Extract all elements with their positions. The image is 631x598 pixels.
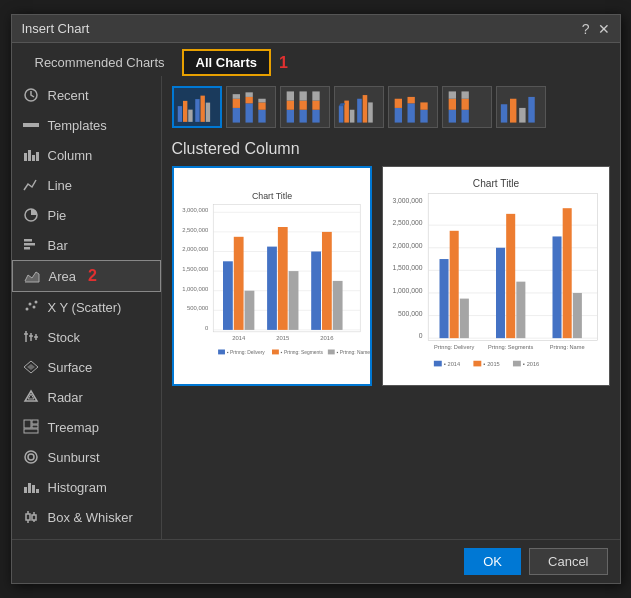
svg-text:3,000,000: 3,000,000 [392, 197, 422, 204]
svg-rect-71 [344, 101, 349, 123]
svg-rect-31 [28, 483, 31, 493]
svg-rect-111 [233, 237, 243, 330]
sidebar-item-line[interactable]: Line [12, 170, 161, 200]
sidebar-label-xy: X Y (Scatter) [48, 300, 122, 315]
svg-rect-84 [448, 99, 455, 110]
svg-rect-85 [448, 91, 455, 98]
svg-text:500,000: 500,000 [398, 310, 423, 317]
sidebar-item-radar[interactable]: Radar [12, 382, 161, 412]
svg-rect-30 [24, 487, 27, 493]
sidebar: Recent Templates Column [12, 76, 162, 539]
svg-rect-32 [32, 485, 35, 493]
sidebar-item-treemap[interactable]: Treemap [12, 412, 161, 442]
svg-point-11 [28, 303, 31, 306]
sidebar-item-column[interactable]: Column [12, 140, 161, 170]
svg-rect-69 [312, 91, 319, 100]
svg-rect-118 [332, 281, 342, 330]
main-panel: Clustered Column Chart Title 0 500,000 [162, 76, 620, 539]
svg-text:2015: 2015 [276, 335, 290, 341]
sidebar-item-histogram[interactable]: Histogram [12, 472, 161, 502]
svg-rect-66 [299, 91, 306, 100]
chart-preview-secondary[interactable]: Chart Title 0 500,000 1,000,000 1,500,00… [382, 166, 610, 386]
sidebar-item-waterfall[interactable]: Waterfall [12, 532, 161, 539]
close-button[interactable]: ✕ [598, 22, 610, 36]
svg-rect-61 [286, 110, 293, 123]
svg-point-29 [25, 451, 37, 463]
svg-rect-114 [277, 227, 287, 330]
ok-button[interactable]: OK [464, 548, 521, 575]
chart-thumb-3d-column[interactable] [496, 86, 546, 128]
chart-preview-main[interactable]: Chart Title 0 500,000 1,000,000 1,500,00… [172, 166, 372, 386]
svg-text:Prtnng: Name: Prtnng: Name [549, 344, 584, 350]
svg-rect-147 [496, 248, 505, 338]
svg-text:▪ Prtnng: Name: ▪ Prtnng: Name [336, 350, 369, 355]
svg-rect-33 [36, 489, 39, 493]
annotation-2: 2 [88, 267, 97, 285]
svg-rect-62 [286, 101, 293, 110]
svg-rect-145 [449, 231, 458, 338]
chart-thumb-3d-stacked[interactable] [388, 86, 438, 128]
chart-thumb-100stacked[interactable] [280, 86, 330, 128]
svg-point-13 [34, 301, 37, 304]
tab-all-charts[interactable]: All Charts [182, 49, 271, 76]
svg-rect-34 [26, 514, 30, 520]
column-icon [22, 146, 40, 164]
svg-rect-59 [258, 102, 265, 109]
sidebar-item-boxwhisker[interactable]: Box & Whisker [12, 502, 161, 532]
sidebar-item-area[interactable]: Area 2 [12, 260, 161, 292]
chart-thumb-3d-clustered[interactable] [334, 86, 384, 128]
svg-rect-70 [338, 106, 343, 122]
tab-bar: Recommended Charts All Charts 1 [12, 43, 620, 76]
svg-rect-91 [519, 108, 525, 123]
svg-rect-58 [258, 110, 265, 123]
pie-icon [22, 206, 40, 224]
svg-rect-60 [258, 99, 265, 103]
sidebar-item-templates[interactable]: Templates [12, 110, 161, 140]
svg-text:2016: 2016 [320, 335, 334, 341]
sidebar-label-recent: Recent [48, 88, 89, 103]
svg-rect-113 [267, 247, 277, 330]
svg-rect-116 [311, 252, 321, 330]
svg-rect-49 [195, 99, 199, 122]
help-button[interactable]: ? [582, 22, 590, 36]
title-bar-controls: ? ✕ [582, 22, 610, 36]
svg-rect-48 [188, 110, 192, 122]
svg-rect-79 [407, 103, 414, 122]
svg-rect-54 [232, 94, 239, 99]
svg-rect-55 [245, 103, 252, 122]
sidebar-item-stock[interactable]: Stock [12, 322, 161, 352]
svg-marker-21 [27, 364, 35, 370]
sidebar-label-column: Column [48, 148, 93, 163]
sidebar-item-xy[interactable]: X Y (Scatter) [12, 292, 161, 322]
svg-rect-81 [420, 110, 427, 123]
sidebar-item-bar[interactable]: Bar [12, 230, 161, 260]
svg-rect-57 [245, 92, 252, 97]
tab-recommended[interactable]: Recommended Charts [22, 50, 178, 75]
title-bar: Insert Chart ? ✕ [12, 15, 620, 43]
title-bar-left: Insert Chart [22, 21, 90, 36]
sidebar-item-pie[interactable]: Pie [12, 200, 161, 230]
svg-text:1,000,000: 1,000,000 [182, 286, 209, 292]
svg-text:▪ Prtnng: Delivery: ▪ Prtnng: Delivery [226, 350, 264, 355]
svg-rect-150 [552, 236, 561, 338]
chart-thumb-3d-100stacked[interactable] [442, 86, 492, 128]
svg-rect-53 [232, 99, 239, 108]
surface-icon [22, 358, 40, 376]
boxwhisker-icon [22, 508, 40, 526]
chart-thumb-stacked[interactable] [226, 86, 276, 128]
line-icon [22, 176, 40, 194]
svg-point-12 [32, 306, 35, 309]
bar-icon [22, 236, 40, 254]
svg-rect-160 [512, 361, 520, 367]
svg-rect-146 [459, 299, 468, 339]
sunburst-icon [22, 448, 40, 466]
cancel-button[interactable]: Cancel [529, 548, 607, 575]
sidebar-item-surface[interactable]: Surface [12, 352, 161, 382]
sidebar-item-sunburst[interactable]: Sunburst [12, 442, 161, 472]
svg-marker-76 [338, 103, 344, 106]
sidebar-item-recent[interactable]: Recent [12, 80, 161, 110]
svg-rect-86 [461, 110, 468, 123]
svg-text:▪ 2014: ▪ 2014 [444, 361, 460, 367]
chart-thumb-clustered[interactable] [172, 86, 222, 128]
insert-chart-dialog: Insert Chart ? ✕ Recommended Charts All … [11, 14, 621, 584]
